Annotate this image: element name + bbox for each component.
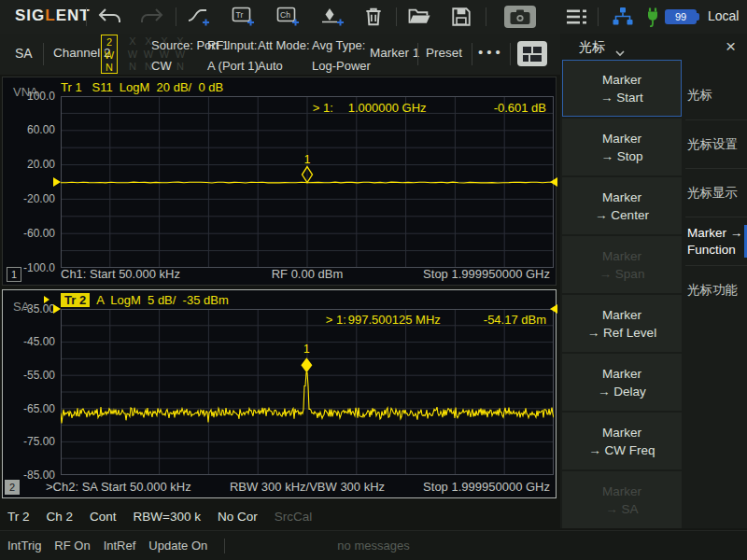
vna-trace-header[interactable]: Tr 1 S11 LogM 20 dB/ 0 dB — [61, 80, 223, 94]
marker-1-button[interactable]: Marker 1 — [370, 46, 419, 60]
siglent-logo: SIGLENT — [15, 7, 91, 25]
vna-y-label: 20.00 — [5, 158, 55, 171]
sa-trace-header[interactable]: Tr 2 A LogM 5 dB/ -35 dBm — [61, 293, 229, 307]
sa-window-number[interactable]: 2 — [5, 480, 20, 495]
network-icon[interactable] — [611, 7, 635, 31]
top-toolbar: SIGLENT Tr Ch 99 Local — [0, 0, 747, 34]
save-icon[interactable] — [450, 6, 472, 32]
channel-state-column: XWN — [124, 35, 141, 74]
vna-window[interactable]: VNA Tr 1 S11 LogM 20 dB/ 0 dB 100.0 60.0… — [2, 77, 557, 286]
sa-plot-area[interactable]: 1 — [61, 309, 554, 479]
sa-y-label: -65.00 — [5, 402, 55, 415]
sa-stop-freq[interactable]: Stop 1.999950000 GHz — [423, 480, 550, 494]
more-options-button[interactable]: ••• — [478, 44, 504, 60]
camera-icon — [509, 8, 531, 25]
vna-ref-level-marker-left — [53, 177, 61, 187]
layout-grid-icon — [522, 46, 543, 63]
sa-mode-label[interactable]: SA — [15, 46, 33, 61]
vna-plot-area[interactable]: 1 — [61, 96, 554, 272]
status-channel[interactable]: Ch 2 — [47, 510, 74, 524]
update-status: Update On — [148, 539, 207, 553]
tab-marker-func[interactable]: 光标功能 — [685, 265, 747, 314]
divider — [472, 43, 472, 65]
vna-y-label: -20.00 — [5, 192, 55, 205]
preset-button[interactable]: Preset — [426, 46, 462, 60]
add-marker-icon[interactable] — [321, 7, 345, 31]
menu-marker-to-stop[interactable]: Marker→ Stop — [562, 119, 682, 175]
channel-toolbar: SA Channel 2 2WN XWN XWN XWN XWN Source:… — [0, 34, 560, 75]
divider — [598, 7, 599, 26]
menu-marker-to-span: Marker→ Span — [562, 236, 682, 293]
power-plug-icon — [644, 7, 661, 31]
divider — [86, 7, 87, 26]
battery-level: 99 — [675, 11, 686, 22]
marker-menu: Marker→ Start Marker→ Stop Marker→ Cente… — [562, 60, 682, 530]
svg-text:Tr: Tr — [236, 10, 244, 20]
add-trace-window-icon[interactable]: Tr — [232, 7, 256, 31]
sa-y-label: -55.00 — [5, 369, 55, 382]
active-channel-badge[interactable]: 2WN — [101, 35, 118, 74]
status-cont[interactable]: Cont — [90, 510, 117, 524]
sa-y-label: -45.00 — [5, 335, 55, 348]
tab-marker-display[interactable]: 光标显示 — [685, 168, 747, 217]
add-trace-icon[interactable] — [187, 7, 211, 31]
vna-y-label: 100.0 — [5, 90, 55, 103]
trigger-status: IntTrig — [7, 539, 41, 553]
panel-header: 光标 × — [560, 34, 747, 60]
status-nocor: No Cor — [218, 510, 258, 524]
menu-marker-to-sa: Marker→ SA — [562, 471, 682, 528]
tab-marker[interactable]: 光标 — [685, 71, 747, 119]
status-trace[interactable]: Tr 2 — [7, 510, 30, 524]
vna-ref-level-marker-right — [550, 177, 557, 187]
undo-icon[interactable] — [97, 7, 123, 30]
local-mode-label[interactable]: Local — [708, 8, 739, 23]
tab-marker-setting[interactable]: 光标设置 — [685, 119, 747, 168]
sa-marker-readout: > 1: 997.500125 MHz -54.17 dBm — [326, 313, 546, 327]
panel-title[interactable]: 光标 — [579, 39, 605, 56]
menu-marker-to-start[interactable]: Marker→ Start — [562, 60, 682, 117]
add-channel-icon[interactable]: Ch — [276, 7, 301, 31]
vna-marker-readout: > 1: 1.000000 GHz -0.601 dB — [313, 101, 546, 115]
close-icon[interactable]: × — [726, 35, 736, 59]
avg-type-field[interactable]: Avg Type:Log-Power — [312, 37, 371, 75]
att-mode-field[interactable]: Att Mode:Auto — [258, 37, 310, 75]
redo-icon[interactable] — [138, 7, 164, 30]
svg-text:Ch: Ch — [280, 10, 290, 20]
screenshot-button[interactable] — [504, 6, 536, 28]
sa-window[interactable]: SA Tr 2 A LogM 5 dB/ -35 dBm -35.00 -45.… — [2, 289, 557, 498]
menu-marker-to-cw-freq[interactable]: Marker→ CW Freq — [562, 413, 682, 469]
open-file-icon[interactable] — [407, 7, 431, 30]
marker-tab-list: 光标 光标设置 光标显示 Marker → Function 光标功能 — [685, 71, 747, 314]
vna-y-label: -60.00 — [5, 227, 55, 240]
tab-marker-function[interactable]: Marker → Function — [685, 217, 747, 265]
message-area: no messages — [337, 539, 409, 553]
menu-marker-to-center[interactable]: Marker→ Center — [562, 177, 682, 234]
rf-status: RF On — [54, 539, 90, 553]
menu-marker-to-delay[interactable]: Marker→ Delay — [562, 354, 682, 411]
divider — [396, 7, 397, 26]
sa-trace-badge: Tr 2 — [61, 293, 90, 307]
menu-marker-to-ref-level[interactable]: Marker→ Ref Level — [562, 295, 682, 352]
vna-window-number[interactable]: 1 — [7, 267, 21, 282]
svg-text:1: 1 — [304, 153, 311, 166]
ref-status: IntRef — [104, 539, 136, 553]
divider — [486, 7, 486, 26]
rf-input-field[interactable]: RF Input:A (Port 1) — [207, 37, 259, 75]
divider — [43, 43, 44, 65]
divider — [224, 539, 225, 553]
divider — [417, 43, 418, 65]
chevron-down-icon[interactable] — [614, 44, 626, 61]
vna-y-label: 60.00 — [5, 123, 55, 136]
sa-ref-level-marker-right — [550, 304, 557, 314]
menu-list-icon[interactable] — [566, 8, 588, 29]
status-rbw[interactable]: RBW=300 k — [134, 510, 201, 524]
battery-indicator: 99 — [665, 9, 697, 24]
sa-y-label: -75.00 — [5, 435, 55, 448]
delete-icon[interactable] — [362, 6, 385, 32]
trace-status-row: Tr 2 Ch 2 Cont RBW=300 k No Cor SrcCal — [0, 504, 558, 528]
sa-ref-level-marker-left — [53, 304, 61, 314]
layout-grid-button[interactable] — [517, 41, 547, 66]
status-srccal: SrcCal — [275, 510, 313, 524]
system-status-bar: IntTrig RF On IntRef Update On no messag… — [0, 530, 747, 560]
vna-stop-freq[interactable]: Stop 1.999950000 GHz — [423, 267, 550, 281]
